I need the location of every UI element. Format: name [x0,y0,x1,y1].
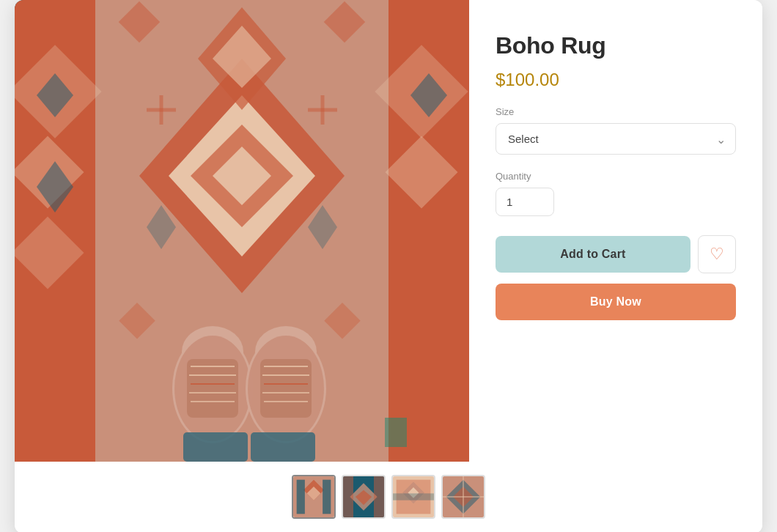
product-title: Boho Rug [496,32,736,59]
size-label: Size [496,106,736,117]
quantity-field: Quantity [496,171,736,235]
size-field: Size Select 2x3 4x6 5x8 8x10 ⌄ [496,106,736,171]
quantity-input[interactable] [496,188,554,216]
svg-rect-46 [183,432,248,462]
product-card: 5 Boho Rug $100.00 Size Select 2x3 4x6 5… [15,0,762,532]
thumbnail-1[interactable] [292,475,336,519]
thumbnails-section [15,462,762,532]
svg-rect-47 [251,432,315,462]
svg-rect-53 [297,480,305,514]
svg-rect-58 [343,476,353,517]
size-select[interactable]: Select 2x3 4x6 5x8 8x10 [496,123,736,155]
product-image-section: 5 [15,0,469,462]
size-select-wrapper: Select 2x3 4x6 5x8 8x10 ⌄ [496,123,736,155]
thumbnail-2[interactable] [342,475,386,519]
buy-now-button[interactable]: Buy Now [496,284,736,320]
main-area: 5 Boho Rug $100.00 Size Select 2x3 4x6 5… [15,0,762,462]
add-to-cart-button[interactable]: Add to Cart [496,236,691,273]
svg-rect-31 [187,359,238,418]
svg-rect-49 [385,418,407,447]
svg-rect-59 [374,476,384,517]
actions-row: Add to Cart ♡ [496,235,736,273]
svg-rect-64 [393,493,434,500]
info-panel: Boho Rug $100.00 Size Select 2x3 4x6 5x8… [469,0,762,462]
svg-rect-40 [260,359,312,418]
product-price: $100.00 [496,70,736,90]
svg-rect-54 [323,480,331,514]
thumbnail-4[interactable] [441,475,485,519]
heart-icon: ♡ [710,245,724,264]
thumbnail-3[interactable] [391,475,435,519]
quantity-label: Quantity [496,171,736,182]
wishlist-button[interactable]: ♡ [698,235,736,273]
